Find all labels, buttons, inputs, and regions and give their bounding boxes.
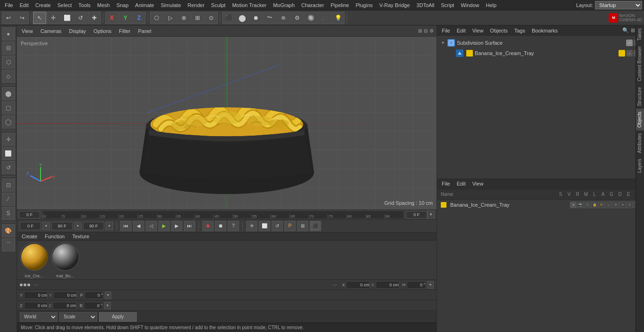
objects-menu-objects[interactable]: Objects <box>488 27 509 34</box>
layer-icon-gen[interactable]: ⚙ <box>612 202 619 208</box>
mat-menu-create[interactable]: Create <box>20 233 39 240</box>
menu-animate[interactable]: Animate <box>132 1 157 9</box>
menu-script[interactable]: Script <box>438 1 457 9</box>
layers-menu-file[interactable]: File <box>440 180 452 187</box>
prev-frame-button[interactable]: ◀ <box>133 221 144 231</box>
help-playback-button[interactable]: ? <box>228 221 239 231</box>
rotate-key-button[interactable]: ↺ <box>272 221 283 231</box>
menu-help[interactable]: Help <box>483 1 500 9</box>
layer-icon-deform[interactable]: ≋ <box>619 202 626 208</box>
menu-snap[interactable]: Snap <box>114 1 132 9</box>
cube-icon-button[interactable]: ⬛ <box>222 12 235 24</box>
h-input[interactable] <box>407 281 426 289</box>
y-pos-input[interactable] <box>24 292 48 299</box>
mat-thumbnail-1[interactable] <box>20 243 48 271</box>
move-key-button[interactable]: ✛ <box>246 221 257 231</box>
scale-key-button[interactable]: ⬜ <box>259 221 270 231</box>
world-dropdown[interactable]: World <box>20 312 58 322</box>
frame-down-icon[interactable]: ▼ <box>42 222 50 230</box>
objects-menu-view[interactable]: View <box>471 27 486 34</box>
next-frame-button[interactable]: ▶ <box>171 221 182 231</box>
deformer-button[interactable]: ≋ <box>277 12 290 24</box>
menu-3dtoall[interactable]: 3DToAll <box>413 1 437 9</box>
current-frame-input[interactable] <box>406 211 427 219</box>
material-item-1[interactable]: Ice_Cre... <box>20 243 48 271</box>
objects-menu-file[interactable]: File <box>440 27 452 34</box>
knife-button[interactable]: ∕ <box>2 193 15 206</box>
timeline-bar[interactable]: 0 5 10 15 20 25 30 35 40 45 50 55 60 65 <box>17 210 437 219</box>
y-rot-input[interactable] <box>53 292 77 299</box>
x-pos-input[interactable] <box>346 281 370 289</box>
points-mode-button[interactable]: ● <box>2 27 15 40</box>
start-frame-field[interactable] <box>20 222 41 230</box>
spline-button[interactable]: 〜 <box>263 12 276 24</box>
menu-tools[interactable]: Tools <box>75 1 93 9</box>
timeline-start-input[interactable] <box>19 211 40 219</box>
layer-icon-anim[interactable]: ▷ <box>605 202 612 208</box>
tree-expand-icon[interactable]: ▼ <box>441 40 446 45</box>
record-button[interactable]: ⏺ <box>202 221 214 231</box>
mat-menu-function[interactable]: Function <box>43 233 66 240</box>
menu-simulate[interactable]: Simulate <box>158 1 184 9</box>
layers-menu-edit[interactable]: Edit <box>455 180 468 187</box>
object-mode-button[interactable]: ⬡ <box>150 12 163 24</box>
tab-content-browser[interactable]: Content Browser <box>636 43 644 84</box>
undo-button[interactable]: ↩ <box>2 12 15 24</box>
menu-vray[interactable]: V-Ray Bridge <box>377 1 413 9</box>
tab-attributes[interactable]: Attributes <box>636 130 644 156</box>
render-settings-button[interactable]: ⊙ <box>205 12 218 24</box>
tab-takes[interactable]: Takes <box>636 25 644 43</box>
tab-structure[interactable]: Structure <box>636 84 644 109</box>
camera-button[interactable]: 🎥 <box>318 12 331 24</box>
layer-icon-expr[interactable]: E <box>627 202 633 208</box>
edges-mode-button[interactable]: ⊟ <box>2 41 15 55</box>
z-axis-button[interactable]: Z <box>132 12 146 24</box>
tree-item-banana-tray[interactable]: Banana_Ice_Cream_Tray ● 🔒 <box>437 48 644 58</box>
layer-item-banana-tray[interactable]: Banana_Ice_Cream_Tray ● 📷 ⊡ 🔒 M ▷ ⚙ ≋ E … <box>437 200 644 210</box>
menu-plugins[interactable]: Plugins <box>353 1 375 9</box>
tab-objects[interactable]: Objects <box>636 109 644 130</box>
z-pos-input[interactable] <box>24 302 48 309</box>
tab-layers[interactable]: Layers <box>636 156 644 176</box>
material-item-2[interactable]: mat_Bo... <box>51 243 79 271</box>
play-forward-button[interactable]: ▶ <box>158 221 170 231</box>
layout-dropdown[interactable]: Startup <box>595 1 642 9</box>
viewport-settings-icon[interactable]: ⚙ <box>429 28 434 33</box>
sphere-icon-button[interactable]: ⬤ <box>236 12 249 24</box>
menu-character[interactable]: Character <box>298 1 327 9</box>
filter-icon[interactable]: ⊞ <box>631 27 635 33</box>
z-rot-input[interactable] <box>53 302 76 309</box>
bridge-button[interactable]: S <box>2 207 15 220</box>
skip-to-start-button[interactable]: ⏮ <box>120 221 132 231</box>
layer-icon-lock[interactable]: 🔒 <box>591 202 598 208</box>
objects-menu-tags[interactable]: Tags <box>512 27 527 34</box>
menu-pipeline[interactable]: Pipeline <box>328 1 352 9</box>
p-step-button[interactable]: ▼ <box>105 292 111 299</box>
layer-icon-m[interactable]: M <box>598 202 605 208</box>
tray-eye-btn[interactable]: ● <box>626 50 633 57</box>
move-tool-btn[interactable]: ✛ <box>2 133 15 146</box>
menu-motion-tracker[interactable]: Motion Tracker <box>229 1 269 9</box>
end-frame-step-icon[interactable]: ▼ <box>74 222 82 230</box>
viewport-menu-display[interactable]: Display <box>67 27 88 35</box>
rotate-tool-btn[interactable]: ↺ <box>2 161 15 174</box>
viewport-menu-cameras[interactable]: Cameras <box>39 27 64 35</box>
menu-sculpt[interactable]: Sculpt <box>208 1 229 9</box>
auto-key-button[interactable]: P <box>284 221 296 231</box>
b-step-button[interactable]: ▼ <box>104 302 111 309</box>
frame-step-button[interactable]: ▼ <box>427 211 435 219</box>
rotate-tool-button[interactable]: ↺ <box>74 12 87 24</box>
viewport-menu-view[interactable]: View <box>20 27 35 35</box>
skip-to-end-button[interactable]: ⏭ <box>184 221 195 231</box>
y-axis-button[interactable]: Y <box>119 12 132 24</box>
layers-menu-view[interactable]: View <box>471 180 486 187</box>
objects-menu-bookmarks[interactable]: Bookmarks <box>530 27 560 34</box>
light-button[interactable]: 💡 <box>331 12 345 24</box>
menu-file[interactable]: File <box>2 1 16 9</box>
extrude-button[interactable]: ⊡ <box>2 178 15 192</box>
stop-button[interactable]: ⏹ <box>215 221 226 231</box>
objects-menu-edit[interactable]: Edit <box>455 27 468 34</box>
sculpt-button[interactable]: ⌒ <box>2 238 15 251</box>
move-tool-button[interactable]: ✛ <box>47 12 60 24</box>
render-button[interactable]: ⊞ <box>191 12 204 24</box>
